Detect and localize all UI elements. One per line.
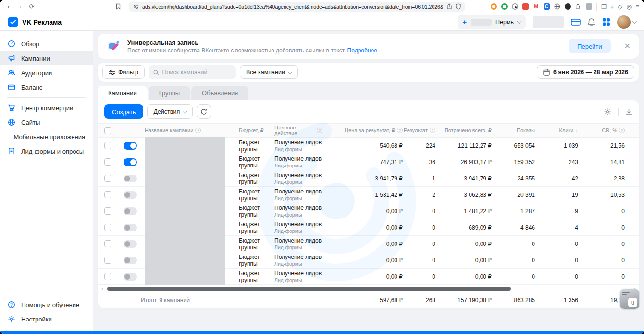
search-box[interactable] (149, 65, 236, 79)
column-header-goal[interactable]: Целевое действие? (274, 125, 322, 136)
banner-more-link[interactable]: Подробнее (347, 47, 377, 54)
sidebar-item-help[interactable]: Помощь и обучение (0, 297, 93, 312)
row-toggle[interactable] (124, 158, 137, 166)
row-checkbox[interactable] (104, 240, 111, 247)
column-header-cpa[interactable]: Цена за результат, ₽? (322, 128, 403, 134)
campaign-filter-select[interactable]: Все кампании (240, 65, 298, 79)
vk-ads-logo[interactable]: VK Реклама (8, 17, 62, 27)
menu-icon[interactable]: ≡ (636, 4, 639, 10)
row-clicks: 9 (535, 208, 578, 215)
tab-groups[interactable]: Группы (149, 86, 190, 100)
create-button[interactable]: Создать (104, 104, 143, 119)
column-header-results[interactable]: Результат? (403, 128, 435, 133)
help-icon[interactable]: ? (397, 128, 403, 133)
row-checkbox[interactable] (104, 175, 111, 182)
scrollbar-thumb[interactable] (107, 287, 511, 291)
avatar[interactable] (617, 15, 631, 29)
sidebar-item-mobile-apps[interactable]: Мобильные приложения (0, 129, 93, 144)
refresh-button[interactable] (197, 104, 211, 119)
filter-button[interactable]: Фильтр (102, 65, 145, 79)
sidebar-item-settings[interactable]: Настройки (0, 312, 93, 326)
row-checkbox[interactable] (104, 257, 111, 264)
row-toggle[interactable] (124, 207, 137, 215)
row-toggle[interactable] (124, 191, 137, 199)
row-checkbox[interactable] (104, 207, 111, 215)
account-selector[interactable]: + Пермь (458, 15, 526, 29)
shield-icon[interactable] (456, 3, 461, 10)
tab-campaigns[interactable]: Кампании (98, 86, 148, 100)
scroll-left-icon[interactable]: ‹ (101, 286, 103, 292)
column-header-clicks[interactable]: Клики↓ (535, 128, 578, 133)
sidebar-item-commerce[interactable]: Центр коммерции (0, 101, 93, 115)
help-icon[interactable]: ? (195, 128, 201, 133)
sidebar-panel-icon[interactable]: ❐ (601, 4, 607, 10)
orange-ring-icon[interactable] (491, 3, 497, 10)
wallet-icon[interactable] (571, 18, 581, 26)
row-toggle[interactable] (124, 175, 137, 182)
row-toggle[interactable] (124, 224, 137, 231)
row-toggle[interactable] (124, 240, 137, 248)
row-toggle[interactable] (124, 142, 137, 150)
bookmark-icon[interactable] (115, 3, 121, 10)
plus-icon[interactable]: + (462, 18, 467, 26)
row-toggle[interactable] (124, 273, 137, 281)
reload-icon[interactable]: ⟳ (28, 3, 36, 10)
column-header-cr[interactable]: CR, %? (578, 128, 639, 133)
column-header-name[interactable]: Название кампании? (145, 124, 226, 137)
column-header-spent[interactable]: Потрачено всего, ₽ (435, 128, 492, 134)
gmail-m-icon[interactable]: M (533, 3, 539, 10)
downloads-tray-icon[interactable]: ⤓ (611, 4, 613, 10)
help-icon[interactable]: ? (430, 128, 435, 133)
export-download-icon[interactable] (625, 108, 632, 116)
profile-menu[interactable] (617, 15, 636, 29)
scrollbar-track[interactable] (106, 287, 631, 291)
globe-icon[interactable] (554, 3, 560, 10)
sidebar-divider (7, 97, 86, 98)
help-icon[interactable]: ? (317, 128, 322, 133)
row-checkbox[interactable] (104, 158, 111, 166)
blue-c-icon[interactable]: C (544, 3, 550, 10)
column-header-impressions[interactable]: Показы (492, 128, 535, 133)
help-icon[interactable]: ? (619, 128, 625, 133)
bell-icon[interactable] (587, 18, 595, 26)
privacy-shield-icon[interactable]: ◎ (627, 4, 632, 10)
search-input[interactable] (162, 69, 231, 76)
support-chat-widget[interactable]: u (620, 289, 639, 309)
red-shield-icon[interactable] (522, 3, 529, 10)
sidebar-item-label: Центр коммерции (21, 104, 73, 112)
apps-grid-icon[interactable] (602, 18, 610, 26)
back-icon[interactable]: ‹ (5, 3, 12, 10)
tune-icon[interactable] (133, 4, 139, 10)
table-settings-gear-icon[interactable] (604, 108, 611, 116)
pin-icon[interactable]: ◇ (618, 4, 622, 10)
row-checkbox[interactable] (104, 273, 111, 280)
banner-go-button[interactable]: Перейти (569, 39, 611, 53)
share-icon[interactable] (446, 3, 452, 10)
row-checkbox[interactable] (104, 191, 111, 198)
date-range-button[interactable]: 6 янв 2026 — 28 мар 2026 (537, 65, 634, 79)
row-checkbox[interactable] (104, 142, 111, 149)
record-icon[interactable] (512, 3, 518, 10)
sidebar-item-campaigns[interactable]: Кампании (0, 51, 93, 65)
select-all-checkbox[interactable] (104, 127, 111, 134)
url-bar[interactable]: ads.vk.com/hq/dashboard/ad_plans?sudo=0a… (129, 2, 465, 12)
sidebar-item-sites[interactable]: Сайты (0, 115, 93, 129)
tab-ads[interactable]: Объявления (191, 86, 248, 100)
row-results: 0 (403, 241, 435, 247)
url-text[interactable]: ads.vk.com/hq/dashboard/ad_plans?sudo=0a… (142, 4, 443, 10)
row-checkbox[interactable] (104, 224, 111, 231)
sidebar-item-overview[interactable]: Обзор (0, 37, 93, 51)
github-icon[interactable] (565, 3, 571, 10)
box-icon[interactable] (586, 3, 592, 10)
row-toggle[interactable] (124, 257, 137, 264)
close-icon[interactable]: ✕ (624, 42, 631, 50)
sidebar-item-lead-forms[interactable]: Лид-формы и опросы (0, 144, 93, 158)
green-ring-icon[interactable] (501, 3, 508, 10)
forward-icon[interactable]: › (16, 3, 24, 10)
sidebar-item-balance[interactable]: Баланс (0, 80, 93, 94)
sidebar-item-audiences[interactable]: Аудитории (0, 65, 93, 80)
column-header-budget[interactable]: Бюджет, ₽ (226, 128, 274, 134)
actions-button[interactable]: Действия (147, 104, 193, 119)
puzzle-icon[interactable] (575, 3, 582, 10)
toggle-knob (130, 143, 136, 149)
